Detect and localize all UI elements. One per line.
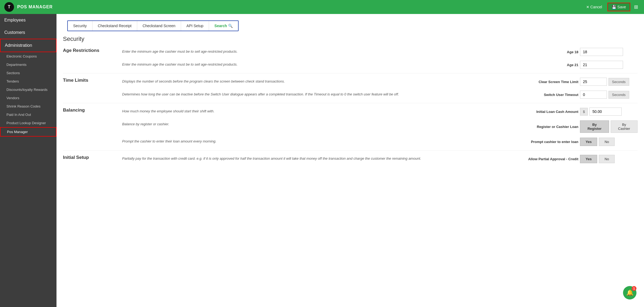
page-title: Security <box>56 31 644 45</box>
initial-setup-rows: Partially pay for the transaction with c… <box>122 155 638 163</box>
form-content: Age Restrictions Enter the minimum age t… <box>56 45 644 172</box>
age-18-control: Age 18 <box>525 48 638 56</box>
by-register-button[interactable]: By Register <box>580 120 609 133</box>
clear-screen-suffix: Seconds <box>608 78 629 86</box>
time-limits-rows: Displays the number of seconds before th… <box>122 78 638 99</box>
switch-user-input[interactable] <box>580 91 607 99</box>
dollar-prefix: $ <box>580 108 588 116</box>
section-label-age: Age Restrictions <box>63 48 122 69</box>
tabs-container: SecurityCheckstand ReceiptCheckstand Scr… <box>67 20 239 31</box>
tab-checkstand-screen[interactable]: Checkstand Screen <box>137 21 181 31</box>
sidebar-item-discounts-loyalty[interactable]: Discounts/loyalty Rewards <box>0 85 56 94</box>
tab-api-setup[interactable]: API Setup <box>181 21 209 31</box>
section-label-balancing: Balancing <box>63 108 122 146</box>
header-right: ✕ Cancel 💾 Save ⊞ <box>583 2 640 12</box>
sidebar-item-tenders[interactable]: Tenders <box>0 77 56 85</box>
header: T POS MANAGER ✕ Cancel 💾 Save ⊞ <box>0 0 644 14</box>
section-label-time: Time Limits <box>63 78 122 99</box>
age-18-input[interactable] <box>580 48 623 56</box>
switch-user-suffix: Seconds <box>608 91 629 99</box>
tab-security[interactable]: Security <box>68 21 93 31</box>
switch-user-row: Determines how long the user can be inac… <box>122 91 638 99</box>
by-cashier-button[interactable]: By Cashier <box>611 120 638 133</box>
prompt-cashier-row: Prompt the cashier to enter their loan a… <box>122 138 638 146</box>
switch-user-control: Switch User Timeout Seconds <box>525 91 638 99</box>
sidebar-item-paid-in-out[interactable]: Paid In And Out <box>0 110 56 119</box>
content-area: SecurityCheckstand ReceiptCheckstand Scr… <box>56 14 644 307</box>
time-limits-section: Time Limits Displays the number of secon… <box>63 75 638 101</box>
initial-loan-row: How much money the employee should start… <box>122 108 638 116</box>
main-container: EmployeesCustomersAdministrationElectron… <box>0 14 644 307</box>
app-logo: T <box>4 2 14 12</box>
tab-search[interactable]: Search 🔍 <box>209 21 238 31</box>
clear-screen-row: Displays the number of seconds before th… <box>122 78 638 86</box>
sidebar-item-electronic-coupons[interactable]: Electronic Coupons <box>0 52 56 60</box>
sidebar-item-administration[interactable]: Administration <box>0 39 56 52</box>
initial-setup-section: Initial Setup Partially pay for the tran… <box>63 152 638 166</box>
notification-button[interactable]: 🔔 1 <box>623 286 636 299</box>
sidebar-item-product-lookup[interactable]: Product Lookup Designer <box>0 119 56 127</box>
tab-checkstand-receipt[interactable]: Checkstand Receipt <box>93 21 137 31</box>
header-left: T POS MANAGER <box>4 2 53 12</box>
balancing-section: Balancing How much money the employee sh… <box>63 105 638 149</box>
clear-screen-input[interactable] <box>580 78 607 86</box>
section-label-initial-setup: Initial Setup <box>63 155 122 163</box>
sidebar-item-sections[interactable]: Sections <box>0 69 56 77</box>
grid-menu-icon[interactable]: ⊞ <box>632 2 640 12</box>
initial-loan-input[interactable] <box>589 108 622 116</box>
partial-approval-control: Allow Partial Approval - Credit Yes No <box>525 155 638 163</box>
partial-yes-button[interactable]: Yes <box>580 155 597 163</box>
age-restrictions-section: Age Restrictions Enter the minimum age t… <box>63 45 638 72</box>
register-cashier-control: Register or Cashier Loan By Register By … <box>525 120 638 133</box>
partial-no-button[interactable]: No <box>599 155 615 163</box>
age-restrictions-rows: Enter the minimum age the cashier must b… <box>122 48 638 69</box>
initial-loan-control: Initial Loan Cash Amount $ <box>525 108 638 116</box>
age-21-control: Age 21 <box>525 61 638 69</box>
tabs-wrapper: SecurityCheckstand ReceiptCheckstand Scr… <box>56 14 644 31</box>
save-button[interactable]: 💾 Save <box>607 3 630 11</box>
partial-approval-row: Partially pay for the transaction with c… <box>122 155 638 163</box>
sidebar-item-departments[interactable]: Departments <box>0 60 56 69</box>
prompt-cashier-control: Prompt cashier to enter loan Yes No <box>525 138 638 146</box>
sidebar-item-employees[interactable]: Employees <box>0 14 56 26</box>
age-18-row: Enter the minimum age the cashier must b… <box>122 48 638 56</box>
sidebar-item-shrink-reason-codes[interactable]: Shrink Reason Codes <box>0 102 56 110</box>
register-cashier-row: Balance by register or cashier. Register… <box>122 120 638 133</box>
app-title: POS MANAGER <box>17 5 53 9</box>
age-21-row: Enter the minimum age the cashier must b… <box>122 61 638 69</box>
prompt-yes-button[interactable]: Yes <box>580 138 597 146</box>
sidebar-item-pos-manager[interactable]: Pos Manager <box>0 127 56 137</box>
sidebar-item-vendors[interactable]: Vendors <box>0 94 56 102</box>
sidebar-item-customers[interactable]: Customers <box>0 26 56 39</box>
prompt-no-button[interactable]: No <box>599 138 615 146</box>
age-21-input[interactable] <box>580 61 623 69</box>
clear-screen-control: Clear Screen Time Limit Seconds <box>525 78 638 86</box>
sidebar: EmployeesCustomersAdministrationElectron… <box>0 14 56 307</box>
cancel-button[interactable]: ✕ Cancel <box>583 3 605 11</box>
balancing-rows: How much money the employee should start… <box>122 108 638 146</box>
notification-badge: 1 <box>632 286 636 291</box>
